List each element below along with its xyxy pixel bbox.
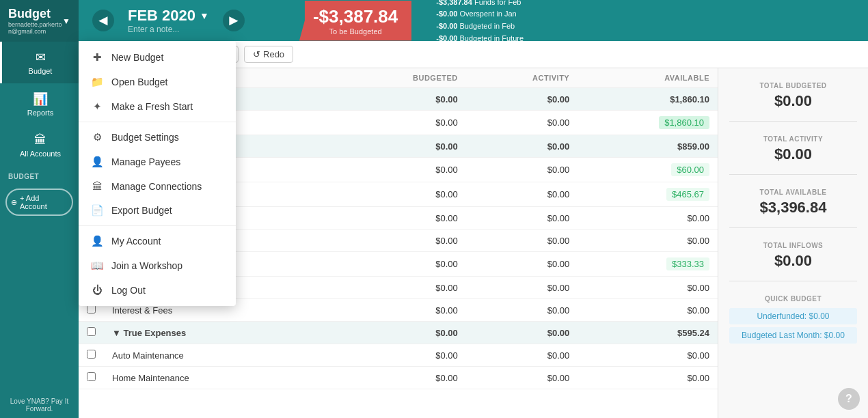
group-true-expenses-checkbox[interactable] [79,322,104,344]
prev-month-button[interactable]: ◄ [92,10,114,31]
breakdown-line-1: -$3,387.84 Funds for Feb [436,0,524,8]
sidebar-item-budget[interactable]: ✉ Budget [0,42,79,83]
dropdown-join-workshop-label: Join a Workshop [111,260,182,271]
group-income-budgeted: $0.00 [338,88,466,111]
row-internet-budgeted: $0.00 [338,229,466,252]
dropdown-manage-connections-label: Manage Connections [111,181,202,192]
row-groceries-activity: $0.00 [466,252,578,277]
month-year-label[interactable]: FEB 2020 ▼ [128,7,209,25]
my-account-icon: 👤 [91,235,103,247]
budgeted-last-month-item[interactable]: Budgeted Last Month: $0.00 [729,327,857,344]
month-year-text: FEB 2020 [128,7,195,25]
dropdown-fresh-start[interactable]: ✦ Make a Fresh Start [79,94,236,119]
row-row2-budgeted: $0.00 [338,182,466,207]
row-water-budgeted: $0.00 [338,207,466,229]
add-account-button[interactable]: ⊕ + Add Account [5,189,73,216]
sidebar-title: Budget [8,7,62,21]
total-available-label: TOTAL AVAILABLE [729,189,857,196]
budget-status-badge: -$3,387.84 To be Budgeted [299,1,411,41]
group-true-expenses-name: ▼ True Expenses [104,322,338,344]
row-transport-activity: $0.00 [466,277,578,299]
row-row2-available: $465.67 [578,182,718,207]
budget-breakdown: -$3,387.84 Funds for Feb -$0.00 Overspen… [436,0,524,44]
month-dropdown-icon: ▼ [200,10,209,21]
dropdown-my-account[interactable]: 👤 My Account [79,229,236,253]
row-auto-maint-checkbox[interactable] [79,344,104,367]
row-income-sub-activity: $0.00 [466,111,578,135]
note-input[interactable]: Enter a note... [128,25,209,34]
row-water-activity: $0.00 [466,207,578,229]
dropdown-budget-settings[interactable]: ⚙ Budget Settings [79,125,236,150]
group-income-available: $1,860.10 [578,88,718,111]
row-interest-budgeted: $0.00 [338,299,466,322]
dropdown-open-budget[interactable]: 📁 Open Budget [79,70,236,94]
sidebar-budget-label: Budget [29,67,53,75]
sidebar-section-label: BUDGET [0,166,79,183]
row-auto-maint-name: Auto Maintenance [104,344,338,367]
row-interest-activity: $0.00 [466,299,578,322]
next-month-button[interactable]: ► [223,10,245,31]
row-groceries-budgeted: $0.00 [338,252,466,277]
total-available-block: TOTAL AVAILABLE $3,396.84 [729,189,857,228]
right-panel: TOTAL BUDGETED $0.00 TOTAL ACTIVITY $0.0… [718,68,868,418]
budget-amount: -$3,387.84 [313,6,398,27]
dropdown-manage-payees[interactable]: 👤 Manage Payees [79,150,236,174]
row-mortgage-budgeted: $0.00 [338,158,466,182]
budget-icon: ✉ [36,50,46,65]
row-income-sub-budgeted: $0.00 [338,111,466,135]
total-inflows-label: TOTAL INFLOWS [729,242,857,249]
total-budgeted-label: TOTAL BUDGETED [729,82,857,89]
row-auto-maint-budgeted: $0.00 [338,344,466,367]
dropdown-manage-connections[interactable]: 🏛 Manage Connections [79,174,236,198]
row-row2-activity: $0.00 [466,182,578,207]
sidebar-footer: Love YNAB? Pay It Forward. [0,392,79,418]
sidebar-item-reports[interactable]: 📊 Reports [0,83,79,125]
quick-budget-label: QUICK BUDGET [729,295,857,303]
redo-button[interactable]: ↺ Redo [244,46,293,63]
dropdown-log-out[interactable]: ⏻ Log Out [79,278,236,302]
sidebar-header-info: Budget bernadette.parkerton@gmail.com [8,7,62,35]
row-auto-maint-available: $0.00 [578,344,718,367]
dropdown-open-budget-label: Open Budget [111,76,168,87]
top-bar: ◄ FEB 2020 ▼ Enter a note... ► -$3,387.8… [79,0,868,41]
total-budgeted-value: $0.00 [729,92,857,110]
row-transport-available: $0.00 [578,277,718,299]
group-immediate-budgeted: $0.00 [338,135,466,158]
sidebar-item-all-accounts[interactable]: 🏛 All Accounts [0,125,79,166]
add-account-label: + Add Account [20,194,68,210]
sidebar-header[interactable]: Budget bernadette.parkerton@gmail.com ▼ [0,0,79,42]
breakdown-line-2: -$0.00 Overspent in Jan [436,8,524,20]
group-true-expenses-activity: $0.00 [466,322,578,344]
underfunded-item[interactable]: Underfunded: $0.00 [729,308,857,324]
row-home-maint-checkbox[interactable] [79,367,104,389]
row-home-maint-name: Home Maintenance [104,367,338,389]
sidebar-accounts-label: All Accounts [20,150,61,158]
dropdown-manage-payees-label: Manage Payees [111,156,180,167]
workshop-icon: 📖 [91,260,103,272]
row-auto-maint-activity: $0.00 [466,344,578,367]
total-inflows-block: TOTAL INFLOWS $0.00 [729,242,857,281]
accounts-icon: 🏛 [34,133,46,148]
total-inflows-value: $0.00 [729,252,857,270]
fresh-start-icon: ✦ [91,100,103,113]
budget-to-be-label: To be Budgeted [329,27,382,36]
help-button[interactable]: ? [838,388,860,410]
dropdown-log-out-label: Log Out [111,285,146,296]
row-water-available: $0.00 [578,207,718,229]
group-true-expenses-budgeted: $0.00 [338,322,466,344]
dropdown-fresh-start-label: Make a Fresh Start [111,101,193,112]
dropdown-export-budget-label: Export Budget [111,205,172,216]
row-home-maint-activity: $0.00 [466,367,578,389]
dropdown-join-workshop[interactable]: 📖 Join a Workshop [79,253,236,278]
new-budget-icon: ✚ [91,51,103,64]
export-icon: 📄 [91,204,103,217]
dropdown-export-budget[interactable]: 📄 Export Budget [79,198,236,223]
payees-icon: 👤 [91,156,103,168]
dropdown-new-budget[interactable]: ✚ New Budget [79,45,236,70]
header-available: AVAILABLE [578,68,718,88]
header-activity: ACTIVITY [466,68,578,88]
logout-icon: ⏻ [91,284,103,296]
row-transport-budgeted: $0.00 [338,277,466,299]
sidebar: Budget bernadette.parkerton@gmail.com ▼ … [0,0,79,418]
row-mortgage-activity: $0.00 [466,158,578,182]
